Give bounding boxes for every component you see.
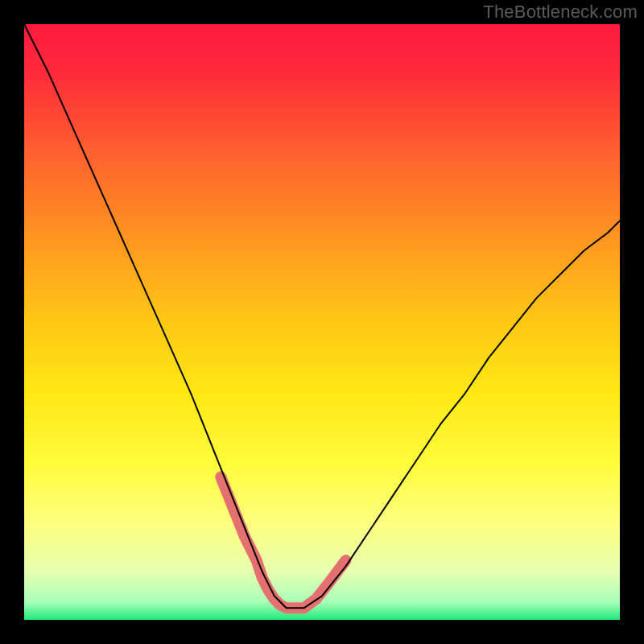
chart-frame: TheBottleneck.com — [0, 0, 644, 644]
svg-rect-0 — [24, 24, 620, 620]
watermark-label: TheBottleneck.com — [483, 2, 638, 23]
bottleneck-chart — [0, 0, 644, 644]
